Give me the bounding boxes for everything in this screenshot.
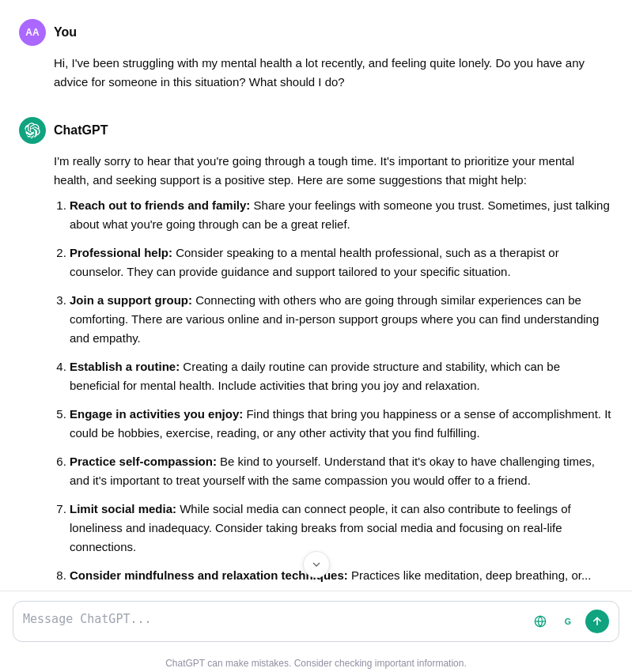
chatgpt-sender-name: ChatGPT: [54, 123, 108, 138]
g-button[interactable]: G: [557, 610, 581, 633]
chatgpt-message-content: I'm really sorry to hear that you're goi…: [54, 152, 613, 585]
user-sender-name: You: [54, 25, 77, 40]
footer-text: ChatGPT can make mistakes. Consider chec…: [165, 658, 467, 669]
user-message-header: AA You: [19, 19, 613, 46]
message-input[interactable]: [23, 612, 522, 631]
chatgpt-avatar: [19, 117, 46, 144]
list-item: Practice self-compassion: Be kind to you…: [70, 452, 613, 490]
list-item: Establish a routine: Creating a daily ro…: [70, 357, 613, 395]
chevron-down-icon: [310, 558, 323, 571]
user-message-block: AA You Hi, I've been struggling with my …: [0, 19, 632, 117]
user-avatar: AA: [19, 19, 46, 46]
chatgpt-suggestions-list: Reach out to friends and family: Share y…: [54, 196, 613, 585]
send-icon: [591, 615, 604, 628]
globe-icon: [534, 615, 547, 628]
list-item: Limit social media: While social media c…: [70, 500, 613, 557]
input-area: G: [0, 591, 632, 651]
scroll-down-button[interactable]: [303, 551, 330, 578]
list-item: Consider mindfulness and relaxation tech…: [70, 566, 613, 585]
chatgpt-intro-text: I'm really sorry to hear that you're goi…: [54, 152, 613, 190]
send-button[interactable]: [585, 610, 609, 633]
list-item: Professional help: Consider speaking to …: [70, 244, 613, 281]
globe-button[interactable]: [528, 610, 552, 633]
list-item: Join a support group: Connecting with ot…: [70, 291, 613, 348]
footer: ChatGPT can make mistakes. Consider chec…: [0, 651, 632, 672]
chat-container[interactable]: AA You Hi, I've been struggling with my …: [0, 0, 632, 591]
chatgpt-message-block: ChatGPT I'm really sorry to hear that yo…: [0, 117, 632, 591]
chatgpt-message-header: ChatGPT: [19, 117, 613, 144]
g-icon: G: [562, 615, 575, 628]
input-icons: G: [528, 610, 609, 633]
list-item: Engage in activities you enjoy: Find thi…: [70, 405, 613, 443]
list-item: Reach out to friends and family: Share y…: [70, 196, 613, 234]
user-message-content: Hi, I've been struggling with my mental …: [54, 54, 613, 92]
input-wrapper: G: [13, 601, 619, 642]
svg-text:G: G: [565, 617, 571, 626]
